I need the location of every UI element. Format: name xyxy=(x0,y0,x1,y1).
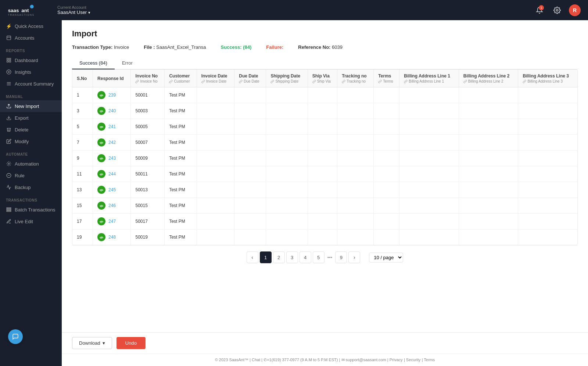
sidebar-item-backup[interactable]: Backup xyxy=(0,181,62,193)
qb-icon: qb xyxy=(97,154,105,162)
import-info-bar: Transaction Type: Invoice File : SaasAnt… xyxy=(72,44,578,50)
topbar-right: 1 R xyxy=(534,4,581,16)
cell-invoice-date xyxy=(197,166,234,182)
table-header-row: S.No Response Id Invoice No Invoice No xyxy=(72,70,577,87)
sidebar-item-delete[interactable]: Delete xyxy=(0,124,62,135)
sidebar-item-quick-access[interactable]: ⚡ Quick Access xyxy=(0,20,62,32)
next-page-button[interactable]: › xyxy=(348,251,360,263)
cell-customer: Test PM xyxy=(165,119,197,135)
sidebar-item-batch-transactions[interactable]: Batch Transactions xyxy=(0,204,62,215)
response-id-link[interactable]: 239 xyxy=(108,93,116,98)
cell-invoice-no: 50019 xyxy=(131,229,165,245)
sidebar-item-insights[interactable]: Insights xyxy=(0,66,62,78)
download-button[interactable]: Download ▾ xyxy=(72,337,112,349)
sidebar-item-account-summary[interactable]: Account Summary xyxy=(0,78,62,90)
tab-success[interactable]: Success (84) xyxy=(72,57,115,69)
download-chevron-icon: ▾ xyxy=(103,340,105,346)
response-id-link[interactable]: 243 xyxy=(108,156,116,161)
sidebar-item-accounts[interactable]: Accounts xyxy=(0,32,62,44)
sidebar-item-new-import[interactable]: New Import xyxy=(0,100,62,112)
footer-terms-link[interactable]: Terms xyxy=(424,358,435,362)
sidebar-item-automation[interactable]: Automation xyxy=(0,158,62,170)
main-area: Import Transaction Type: Invoice File : … xyxy=(62,20,588,366)
svg-rect-19 xyxy=(7,209,11,210)
cell-tracking-no xyxy=(337,135,374,151)
undo-button[interactable]: Undo xyxy=(116,337,146,349)
cell-ship-via xyxy=(308,151,337,166)
cell-billing-addr-2 xyxy=(459,135,518,151)
page-3-button[interactable]: 3 xyxy=(286,251,298,263)
notifications-button[interactable]: 1 xyxy=(534,4,545,16)
page-5-button[interactable]: 5 xyxy=(313,251,325,263)
cell-billing-addr-2 xyxy=(459,151,518,166)
svg-rect-20 xyxy=(7,211,11,211)
sidebar-label-automation: Automation xyxy=(15,161,39,167)
cell-due-date xyxy=(234,151,266,166)
cell-response-id: qb 247 xyxy=(93,214,131,229)
response-id-link[interactable]: 248 xyxy=(108,235,116,240)
cell-customer: Test PM xyxy=(165,87,197,103)
sidebar-item-live-edit[interactable]: Live Edit xyxy=(0,215,62,227)
prev-page-button[interactable]: ‹ xyxy=(247,251,258,263)
page-2-button[interactable]: 2 xyxy=(273,251,285,263)
cell-ship-via xyxy=(308,166,337,182)
cell-invoice-no: 50013 xyxy=(131,182,165,198)
page-4-button[interactable]: 4 xyxy=(300,251,311,263)
col-terms: Terms Terms xyxy=(374,70,399,87)
cell-billing-addr-1 xyxy=(399,198,459,214)
footer-privacy-link[interactable]: Privacy xyxy=(390,358,403,362)
dashboard-icon xyxy=(6,57,12,63)
footer-chat-link[interactable]: Chat xyxy=(252,358,260,362)
cell-sno: 13 xyxy=(72,182,93,198)
cell-ship-via xyxy=(308,103,337,119)
cell-billing-addr-1 xyxy=(399,135,459,151)
qb-icon: qb xyxy=(97,186,105,194)
failure-label: Failure: xyxy=(266,44,283,50)
sidebar-item-export[interactable]: Export xyxy=(0,112,62,124)
svg-point-4 xyxy=(556,9,558,11)
cell-customer: Test PM xyxy=(165,135,197,151)
section-reports: REPORTS xyxy=(0,44,62,54)
page-1-button[interactable]: 1 xyxy=(260,251,272,263)
cell-terms xyxy=(374,135,399,151)
cell-ship-via xyxy=(308,182,337,198)
settings-button[interactable] xyxy=(551,4,563,16)
cell-customer: Test PM xyxy=(165,198,197,214)
col-billing-addr-1: Billing Address Line 1 Billing Address L… xyxy=(399,70,459,87)
tab-error[interactable]: Error xyxy=(115,57,140,69)
chat-button[interactable] xyxy=(8,329,23,344)
footer-security-link[interactable]: Security xyxy=(406,358,421,362)
response-id-link[interactable]: 245 xyxy=(108,187,116,192)
cell-invoice-date xyxy=(197,182,234,198)
svg-rect-18 xyxy=(7,208,11,209)
sidebar-item-rule[interactable]: Rule xyxy=(0,170,62,181)
user-avatar[interactable]: R xyxy=(569,4,581,16)
response-id-link[interactable]: 244 xyxy=(108,171,116,177)
col-sno: S.No xyxy=(72,70,93,87)
cell-invoice-date xyxy=(197,135,234,151)
response-id-link[interactable]: 240 xyxy=(108,108,116,113)
account-name-dropdown[interactable]: SaasAnt User xyxy=(57,10,90,15)
cell-sno: 5 xyxy=(72,119,93,135)
cell-tracking-no xyxy=(337,87,374,103)
page-9-button[interactable]: 9 xyxy=(335,251,347,263)
cell-billing-addr-3 xyxy=(518,166,577,182)
page-footer: © 2023 SaasAnt™ | Chat | ✆+1(619) 377-09… xyxy=(62,354,588,366)
cell-invoice-date xyxy=(197,119,234,135)
per-page-select[interactable]: 10 / page 20 / page 50 / page xyxy=(369,253,403,262)
response-id-link[interactable]: 247 xyxy=(108,219,116,224)
response-id-link[interactable]: 246 xyxy=(108,203,116,208)
response-id-link[interactable]: 242 xyxy=(108,140,116,145)
cell-shipping-date xyxy=(266,214,308,229)
cell-billing-addr-3 xyxy=(518,119,577,135)
sidebar-item-dashboard[interactable]: Dashboard xyxy=(0,54,62,66)
success-info: Success: (84) xyxy=(220,44,251,50)
cell-tracking-no xyxy=(337,151,374,166)
qb-icon: qb xyxy=(97,91,105,99)
cell-billing-addr-1 xyxy=(399,166,459,182)
sidebar-item-modify[interactable]: Modify xyxy=(0,135,62,147)
cell-invoice-date xyxy=(197,229,234,245)
download-label: Download xyxy=(79,340,100,346)
response-id-link[interactable]: 241 xyxy=(108,124,116,129)
sidebar-label-accounts: Accounts xyxy=(15,35,34,41)
